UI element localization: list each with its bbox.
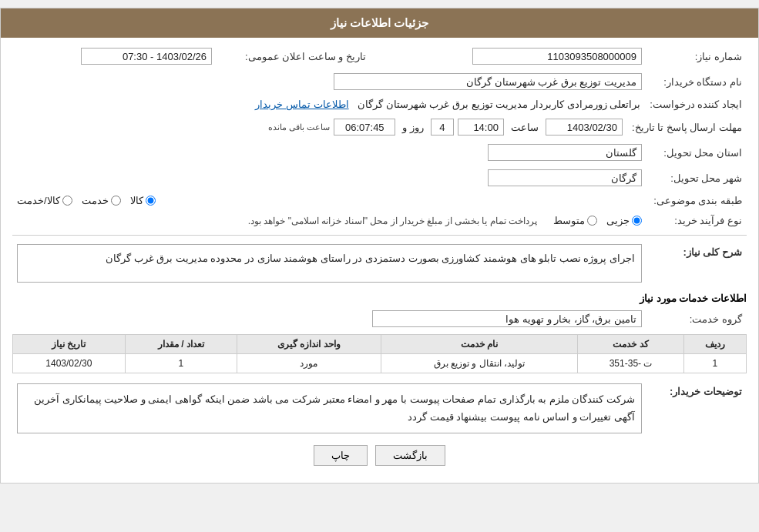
value-announcement-datetime: 1403/02/26 - 07:30 [12,45,217,67]
label-buyer-notes: توضیحات خریدار: [646,381,747,436]
time-label: ساعت [508,122,542,133]
back-button[interactable]: بازگشت [375,445,445,466]
value-response-deadline: 1403/02/30 ساعت 14:00 4 روز و 06:07:45 س… [12,116,627,138]
value-requester: براتعلی زورمرادی کاربردار مدیریت توزیع ب… [12,96,645,112]
value-need-description: اجرای پروژه نصب تابلو های هوشمند کشاورزی… [12,242,646,285]
category-radio-kala[interactable] [146,196,156,206]
value-need-number: 1103093508000009 [386,45,646,67]
col-header-service-code: کد خدمت [578,335,683,354]
value-purchase-process: متوسط جزیی پرداخت تمام یا بخشی از مبلغ خ… [12,212,646,229]
main-container: جزئیات اطلاعات نیاز شماره نیاز: 11030935… [0,8,759,483]
label-need-number: شماره نیاز: [646,45,747,67]
divider-1 [12,235,747,236]
category-option-khedmat[interactable]: خدمت [82,195,121,206]
response-deadline-row: 1403/02/30 ساعت 14:00 4 روز و 06:07:45 س… [17,119,623,136]
response-days-field: 4 [431,119,454,136]
category-label-khedmat: خدمت [82,195,109,206]
cell-need_date: 1403/02/30 [13,354,126,373]
category-option-kala[interactable]: کالا [130,195,156,206]
category-radio-group: کالا/خدمت خدمت کالا [17,195,642,206]
info-row-6: شهر محل تحویل: گرگان [12,167,747,189]
info-row-2: نام دستگاه خریدار: مدیریت توزیع برق غرب … [12,71,747,92]
buttons-row: بازگشت چاپ [12,445,747,466]
table-row: 1ت -35-351تولید، انتقال و توزیع برقمورد1… [13,354,747,373]
purchase-label-jozii: جزیی [606,215,630,226]
value-buyer-org: مدیریت توزیع برق غرب شهرستان گرگان [12,71,646,92]
value-buyer-notes: شرکت کنندگان ملزم به بارگذاری تمام صفحات… [12,381,646,436]
label-requester: ایجاد کننده درخواست: [645,96,747,112]
content-area: شماره نیاز: 1103093508000009 تاریخ و ساع… [1,38,758,483]
purchase-radio-jozii[interactable] [632,216,642,226]
label-response-deadline: مهلت ارسال پاسخ تا تاریخ: [627,116,747,138]
category-radio-khedmat[interactable] [111,196,121,206]
col-header-service-name: نام خدمت [381,335,578,354]
col-header-unit: واحد اندازه گیری [237,335,381,354]
purchase-option-motavaset[interactable]: متوسط [553,215,597,226]
col-header-need-date: تاریخ نیاز [13,335,126,354]
days-label: روز و [399,122,427,133]
label-delivery-city: شهر محل تحویل: [646,167,747,189]
label-service-group: گروه خدمت: [646,308,747,330]
response-time-field: 14:00 [458,119,504,136]
purchase-radio-motavaset[interactable] [587,216,597,226]
value-service-group: تامین برق، گاز، بخار و تهویه هوا [12,308,646,330]
need-description-field: اجرای پروژه نصب تابلو های هوشمند کشاورزی… [17,244,642,283]
delivery-province-field: گلستان [488,144,642,161]
info-row-7: طبقه بندی موضوعی: کالا/خدمت خدمت [12,192,747,209]
value-delivery-city: گرگان [12,167,646,189]
cell-row: 1 [683,354,746,373]
info-row-4: مهلت ارسال پاسخ تا تاریخ: 1403/02/30 ساع… [12,116,747,138]
purchase-option-jozii[interactable]: جزیی [606,215,642,226]
label-announcement-datetime: تاریخ و ساعت اعلان عمومی: [217,45,371,67]
cell-service_name: تولید، انتقال و توزیع برق [381,354,578,373]
remaining-label: ساعت باقی مانده [268,122,330,132]
buyer-notes-title: توضیحات خریدار: [670,386,742,397]
info-row-3: ایجاد کننده درخواست: براتعلی زورمرادی کا… [12,96,747,112]
info-row-5: استان محل تحویل: گلستان [12,142,747,163]
label-buyer-org: نام دستگاه خریدار: [646,71,747,92]
page-header: جزئیات اطلاعات نیاز [1,8,758,38]
value-delivery-province: گلستان [12,142,646,163]
requester-field: براتعلی زورمرادی کاربردار مدیریت توزیع ب… [358,99,640,110]
announcement-datetime-field: 1403/02/26 - 07:30 [81,48,212,65]
info-row-1: شماره نیاز: 1103093508000009 تاریخ و ساع… [12,45,747,67]
need-number-field: 1103093508000009 [472,48,642,65]
response-date-field: 1403/02/30 [546,119,623,136]
info-row-description: شرح کلی نیاز: اجرای پروژه نصب تابلو های … [12,242,747,285]
print-button[interactable]: چاپ [314,445,368,466]
purchase-note: پرداخت تمام یا بخشی از مبلغ خریدار از مح… [248,216,537,226]
purchase-label-motavaset: متوسط [553,215,585,226]
buyer-notes-row: توضیحات خریدار: شرکت کنندگان ملزم به بار… [12,381,747,436]
need-description-title: شرح کلی نیاز: [683,246,742,258]
service-group-row: گروه خدمت: تامین برق، گاز، بخار و تهویه … [12,308,747,330]
col-header-row: ردیف [683,335,746,354]
label-need-description: شرح کلی نیاز: [646,242,747,285]
value-category: کالا/خدمت خدمت کالا [12,192,646,209]
info-row-8: نوع فرآیند خرید: متوسط جزیی [12,212,747,229]
page-title: جزئیات اطلاعات نیاز [331,16,428,29]
label-category: طبقه بندی موضوعی: [646,192,747,209]
category-label-kala: کالا [130,195,143,206]
category-radio-kala-khedmat[interactable] [62,196,72,206]
category-label-kala-khedmat: کالا/خدمت [17,195,60,206]
service-group-field: تامین برق، گاز، بخار و تهویه هوا [372,310,642,327]
buyer-notes-field: شرکت کنندگان ملزم به بارگذاری تمام صفحات… [17,383,642,433]
label-purchase-process: نوع فرآیند خرید: [646,212,747,229]
label-delivery-province: استان محل تحویل: [646,142,747,163]
service-info-title: اطلاعات خدمات مورد نیاز [12,293,747,304]
remaining-time-field: 06:07:45 [334,119,395,136]
col-header-quantity: تعداد / مقدار [125,335,237,354]
cell-quantity: 1 [125,354,237,373]
services-table: ردیف کد خدمت نام خدمت واحد اندازه گیری ت… [12,334,747,373]
buyer-org-field: مدیریت توزیع برق غرب شهرستان گرگان [334,73,642,90]
cell-unit: مورد [237,354,381,373]
purchase-process-row: متوسط جزیی پرداخت تمام یا بخشی از مبلغ خ… [17,215,642,226]
contact-info-link[interactable]: اطلاعات تماس خریدار [255,99,348,110]
purchase-radio-group: متوسط جزیی [553,215,642,226]
cell-service_code: ت -35-351 [578,354,683,373]
category-option-kala-khedmat[interactable]: کالا/خدمت [17,195,72,206]
delivery-city-field: گرگان [488,169,642,186]
